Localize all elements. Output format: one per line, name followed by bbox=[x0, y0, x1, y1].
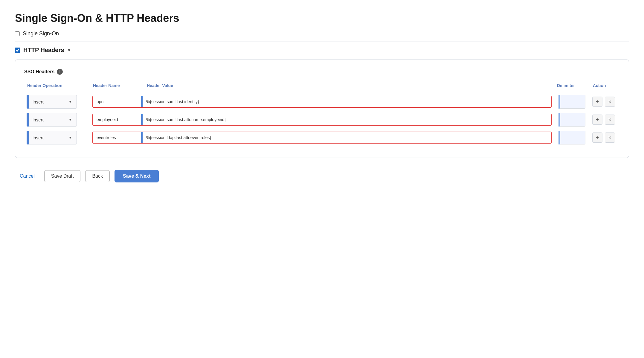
action-cell-1: + × bbox=[590, 97, 620, 107]
save-next-button[interactable]: Save & Next bbox=[115, 170, 159, 182]
name-input-3[interactable] bbox=[93, 132, 141, 143]
input-group-2 bbox=[92, 114, 552, 126]
delimiter-cell-2 bbox=[554, 113, 590, 127]
sso-headers-table: Header Operation Header Name Header Valu… bbox=[24, 80, 620, 144]
operation-cell-3: insert replace delete remove ▼ bbox=[24, 131, 90, 144]
sso-toggle-section: Single Sign-On bbox=[15, 31, 629, 37]
action-cell-3: + × bbox=[590, 132, 620, 143]
table-row: insert replace delete remove ▼ bbox=[24, 95, 620, 109]
delimiter-input-3[interactable] bbox=[560, 131, 585, 144]
blue-bar-1 bbox=[27, 95, 29, 109]
remove-row-button-1[interactable]: × bbox=[605, 97, 615, 107]
remove-row-button-2[interactable]: × bbox=[605, 115, 615, 125]
cancel-button[interactable]: Cancel bbox=[15, 170, 39, 182]
table-row: insert replace delete remove ▼ bbox=[24, 131, 620, 144]
select-wrapper-3: insert replace delete remove ▼ bbox=[27, 131, 88, 144]
name-input-2[interactable] bbox=[93, 114, 141, 125]
remove-row-button-3[interactable]: × bbox=[605, 132, 615, 143]
http-headers-checkbox[interactable] bbox=[15, 48, 20, 53]
add-row-button-3[interactable]: + bbox=[592, 132, 602, 143]
table-header: Header Operation Header Name Header Valu… bbox=[24, 80, 620, 91]
delimiter-box-2 bbox=[558, 113, 585, 127]
divider bbox=[15, 42, 629, 42]
operation-select-2[interactable]: insert replace delete remove bbox=[29, 113, 77, 127]
name-value-cell-2 bbox=[90, 114, 554, 126]
back-button[interactable]: Back bbox=[85, 170, 110, 182]
input-group-3 bbox=[92, 132, 552, 144]
sso-checkbox[interactable] bbox=[15, 31, 20, 36]
delimiter-cell-3 bbox=[554, 131, 590, 144]
http-headers-label: HTTP Headers bbox=[23, 47, 64, 54]
operation-select-3[interactable]: insert replace delete remove bbox=[29, 131, 77, 144]
name-value-cell-3 bbox=[90, 132, 554, 144]
operation-cell-2: insert replace delete remove ▼ bbox=[24, 113, 90, 127]
add-row-button-2[interactable]: + bbox=[592, 115, 602, 125]
save-draft-button[interactable]: Save Draft bbox=[44, 170, 81, 182]
col-header-action: Action bbox=[590, 83, 620, 88]
value-input-1[interactable] bbox=[143, 96, 551, 107]
table-row: insert replace delete remove ▼ bbox=[24, 113, 620, 127]
action-cell-2: + × bbox=[590, 115, 620, 125]
input-group-1 bbox=[92, 96, 552, 108]
select-wrapper-1: insert replace delete remove ▼ bbox=[27, 95, 88, 109]
col-header-operation: Header Operation bbox=[24, 83, 90, 88]
value-input-3[interactable] bbox=[143, 132, 551, 143]
name-input-1[interactable] bbox=[93, 96, 141, 107]
sso-headers-text: SSO Headers bbox=[24, 69, 54, 74]
http-headers-panel: SSO Headers i Header Operation Header Na… bbox=[15, 60, 629, 158]
delimiter-cell-1 bbox=[554, 95, 590, 109]
operation-cell-1: insert replace delete remove ▼ bbox=[24, 95, 90, 109]
delimiter-box-3 bbox=[558, 131, 585, 144]
operation-select-1[interactable]: insert replace delete remove bbox=[29, 95, 77, 109]
delimiter-input-2[interactable] bbox=[560, 113, 585, 127]
name-value-cell-1 bbox=[90, 96, 554, 108]
info-icon[interactable]: i bbox=[57, 69, 63, 75]
http-headers-dropdown-arrow[interactable]: ▼ bbox=[67, 48, 71, 53]
page-title: Single Sign-On & HTTP Headers bbox=[15, 12, 629, 25]
delimiter-box-1 bbox=[558, 95, 585, 109]
value-input-2[interactable] bbox=[143, 114, 551, 125]
delimiter-input-1[interactable] bbox=[560, 95, 585, 109]
sso-headers-label: SSO Headers i bbox=[24, 69, 620, 75]
select-wrapper-2: insert replace delete remove ▼ bbox=[27, 113, 88, 127]
http-headers-toggle-section: HTTP Headers ▼ bbox=[15, 47, 629, 54]
col-header-name: Header Name bbox=[90, 83, 144, 88]
footer: Cancel Save Draft Back Save & Next bbox=[15, 170, 629, 182]
add-row-button-1[interactable]: + bbox=[592, 97, 602, 107]
blue-bar-2 bbox=[27, 113, 29, 127]
col-header-delimiter: Delimiter bbox=[554, 83, 590, 88]
blue-bar-3 bbox=[27, 131, 29, 144]
col-header-value: Header Value bbox=[144, 83, 554, 88]
sso-label: Single Sign-On bbox=[23, 31, 59, 37]
